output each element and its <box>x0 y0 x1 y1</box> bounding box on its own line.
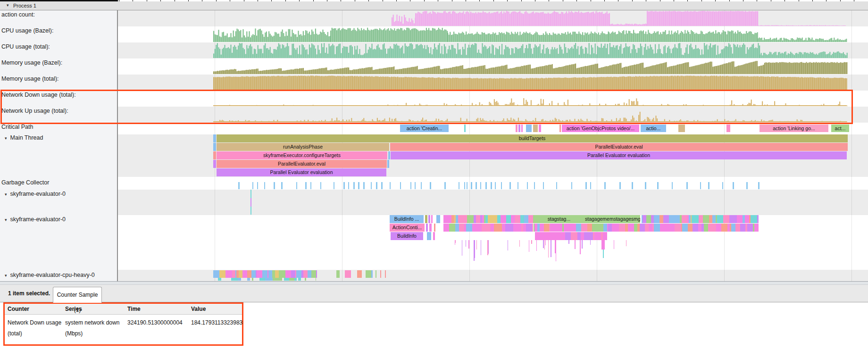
flame-chip[interactable] <box>357 270 362 278</box>
flame-chip[interactable] <box>267 278 273 281</box>
flame-chip[interactable] <box>634 224 637 232</box>
gc-event-tick[interactable] <box>296 182 298 189</box>
flame-line[interactable] <box>376 270 376 278</box>
flame-drop-line[interactable] <box>475 240 476 258</box>
timeline-chip[interactable] <box>431 215 433 223</box>
timeline-span-main-thread-row-2[interactable]: ParallelEvaluator.eval <box>390 143 848 151</box>
flame-chip[interactable] <box>735 224 740 232</box>
timeline-span-evaluator2-row-1[interactable]: stagagememstagagesmge.remot... <box>585 215 640 223</box>
flame-line[interactable] <box>601 240 605 250</box>
gc-event-tick[interactable] <box>501 182 502 189</box>
flame-chip[interactable] <box>751 215 757 223</box>
flame-chip[interactable] <box>539 232 544 240</box>
gc-event-tick[interactable] <box>480 182 482 189</box>
flame-chip[interactable] <box>717 215 723 223</box>
gc-event-tick[interactable] <box>430 182 431 189</box>
flame-drop-line[interactable] <box>582 240 583 249</box>
flame-drop-line[interactable] <box>468 240 469 249</box>
flame-chip[interactable] <box>693 215 699 223</box>
gc-event-tick[interactable] <box>281 182 283 189</box>
flame-chip[interactable] <box>252 278 253 281</box>
timeline-chip[interactable] <box>533 125 538 132</box>
flame-drop-line[interactable] <box>580 240 581 254</box>
flame-chip[interactable] <box>305 278 306 281</box>
timeline-chip[interactable] <box>387 160 389 168</box>
flame-chip[interactable] <box>698 224 702 232</box>
flame-chip[interactable] <box>670 224 673 232</box>
flame-chip[interactable] <box>612 224 617 232</box>
gc-event-tick[interactable] <box>491 182 492 189</box>
flame-chip[interactable] <box>506 215 511 223</box>
flame-chip[interactable] <box>673 215 678 223</box>
gc-event-tick[interactable] <box>527 182 528 189</box>
gc-event-tick[interactable] <box>700 182 701 189</box>
timeline-chip[interactable] <box>425 215 427 223</box>
timeline-chip[interactable] <box>526 125 532 132</box>
timeline-span-main-thread-row-5[interactable]: Parallel Evaluator evaluation <box>217 168 386 176</box>
flame-chip[interactable] <box>251 270 256 278</box>
timeline-chip[interactable] <box>678 125 685 132</box>
flame-chip[interactable] <box>502 224 505 232</box>
flame-chip[interactable] <box>476 224 482 232</box>
flame-chip[interactable] <box>723 215 729 223</box>
flame-chip[interactable] <box>564 224 568 232</box>
table-row[interactable]: Network Down usage (total) system networ… <box>5 315 242 339</box>
flame-chip[interactable] <box>716 224 721 232</box>
flame-drop-line[interactable] <box>568 240 569 244</box>
flame-chip[interactable] <box>458 215 462 223</box>
flame-chip[interactable] <box>513 224 519 232</box>
tab-counter-sample[interactable]: Counter Sample (1) <box>53 287 102 303</box>
flame-drop-line[interactable] <box>529 240 530 252</box>
sidebar-track-label[interactable]: ▾skyframe-evaluator-cpu-heavy-0 <box>5 272 95 278</box>
timeline-span-critical-path[interactable]: action 'Linking go... <box>760 125 828 132</box>
flame-chip[interactable] <box>675 224 681 232</box>
timeline-chip[interactable] <box>559 125 561 132</box>
flame-chip[interactable] <box>540 224 544 232</box>
timeline-chip[interactable] <box>521 125 523 132</box>
timeline-chip[interactable] <box>429 224 432 232</box>
gc-event-tick[interactable] <box>390 182 391 189</box>
gc-event-tick[interactable] <box>509 182 511 189</box>
gc-event-tick[interactable] <box>305 182 307 189</box>
flame-chip[interactable] <box>625 224 628 232</box>
gc-event-tick[interactable] <box>722 182 724 189</box>
flame-chip[interactable] <box>298 278 301 281</box>
gc-event-tick[interactable] <box>381 182 383 189</box>
flame-chip[interactable] <box>459 224 464 232</box>
flame-chip[interactable] <box>291 270 295 278</box>
process-header[interactable]: ▾ Process 1 <box>0 1 868 10</box>
flame-chip[interactable] <box>486 224 491 232</box>
flame-chip[interactable] <box>584 232 588 240</box>
timeline-span-evaluator2-row-1[interactable]: stagstag... <box>533 215 585 223</box>
flame-line[interactable] <box>603 250 604 258</box>
flame-chip[interactable] <box>308 270 311 278</box>
gc-event-tick[interactable] <box>619 182 621 189</box>
gc-event-tick[interactable] <box>371 182 372 189</box>
flame-chip[interactable] <box>605 232 607 240</box>
flame-chip[interactable] <box>552 232 556 240</box>
gc-event-tick[interactable] <box>320 182 322 189</box>
flame-chip[interactable] <box>336 270 340 278</box>
flame-chip[interactable] <box>273 278 276 281</box>
gc-event-tick[interactable] <box>471 182 472 189</box>
gc-event-tick[interactable] <box>758 182 760 189</box>
flame-chip[interactable] <box>242 270 247 278</box>
flame-chip[interactable] <box>511 215 515 223</box>
gc-event-tick[interactable] <box>415 182 416 189</box>
flame-chip[interactable] <box>643 215 646 223</box>
flame-chip[interactable] <box>712 215 716 223</box>
flame-drop-line[interactable] <box>548 240 549 258</box>
timeline-span-main-thread-row-2[interactable]: runAnalysisPhase <box>217 143 389 151</box>
sidebar-track-label[interactable]: ▾Main Thread <box>5 134 43 141</box>
flame-chip[interactable] <box>257 270 262 278</box>
flame-chip[interactable] <box>263 270 267 278</box>
flame-drop-line[interactable] <box>626 240 627 246</box>
flame-chip[interactable] <box>559 232 565 240</box>
flame-chip[interactable] <box>497 215 501 223</box>
flame-drop-line[interactable] <box>544 240 545 250</box>
flame-chip[interactable] <box>449 224 455 232</box>
flame-chip[interactable] <box>649 224 652 232</box>
flame-chip[interactable] <box>232 270 235 278</box>
flame-chip[interactable] <box>699 215 703 223</box>
gc-event-tick[interactable] <box>632 182 633 189</box>
